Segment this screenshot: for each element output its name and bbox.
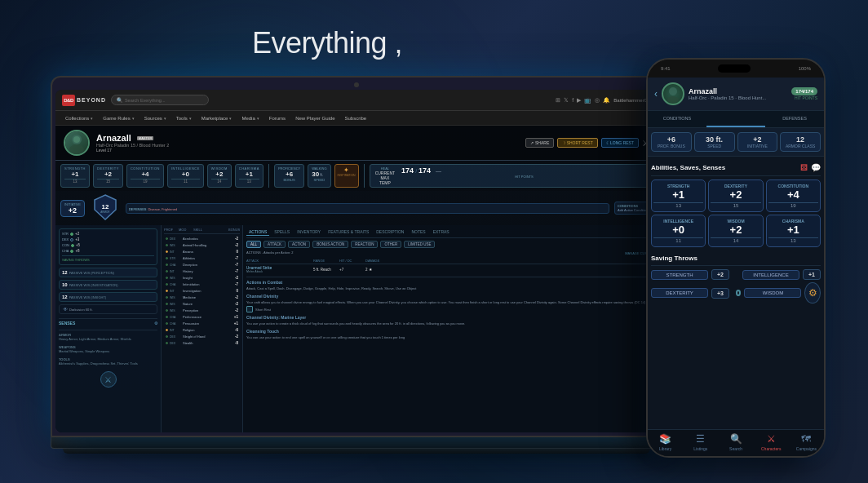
hp-label: HIT POINTS (401, 175, 647, 179)
phone-chat-icon[interactable]: 💬 (811, 163, 821, 172)
phone-stat-speed: 30 ft. SPEED (694, 132, 735, 152)
char-name: Arnazall (96, 133, 131, 143)
phone-back-button[interactable]: ‹ (654, 88, 658, 100)
tab-features[interactable]: FEATURES & TRAITS (326, 228, 371, 236)
short-rest-button[interactable]: ☽ SHORT REST (557, 138, 597, 148)
long-rest-button[interactable]: ☾ LONG REST (601, 138, 639, 148)
tab-actions[interactable]: ACTIONS (246, 228, 269, 236)
phone-section-icons: ⚄ 💬 (800, 163, 821, 172)
phone-str-box: STRENGTH +1 13 (651, 179, 706, 212)
channel-divinity-section: Channel Divinity Your oath allows you to… (246, 294, 654, 313)
phone-con-box: CONSTITUTION +4 19 (766, 179, 821, 212)
header-buttons: ↗ SHARE ☽ SHORT REST ☾ LONG REST (525, 138, 649, 148)
phone-save-str-val: +2 (711, 269, 729, 280)
phone-abilities-title: Abilities, Saves, Senses ⚄ 💬 (651, 160, 821, 176)
nav-media[interactable]: Media ▾ (241, 116, 259, 121)
hero-text: Everything , (252, 26, 402, 60)
phone-nav-characters[interactable]: ⚔ Characters (754, 433, 789, 451)
phone-nav-listings[interactable]: ☰ Listings (683, 433, 718, 451)
action-filter-row: ALL ATTACK ACTION BONUS ACTION REACTION … (246, 241, 654, 248)
media-arrow: ▾ (257, 116, 259, 121)
hp-temp: — (436, 168, 441, 174)
phone-nav-campaigns[interactable]: 🗺 Campaigns (789, 433, 824, 451)
gear-icon[interactable]: ⚙ (154, 321, 157, 326)
share-label: SHARE (535, 140, 549, 145)
phone-tab-center (706, 111, 765, 127)
filter-limited[interactable]: LIMITED USE (404, 241, 435, 248)
skill-performance: CHA Performance +1 (164, 314, 240, 320)
char-name-block: Arnazall MASTER Half-Orc Paladin 15 / Bl… (96, 133, 519, 153)
filter-other[interactable]: OTHER (380, 241, 401, 248)
tab-description[interactable]: DESCRIPTION (374, 228, 406, 236)
nav-icons: ⊞ 𝕏 f ▶ 📺 ◎ 🔔 Battlehammer0... (556, 97, 651, 104)
hp-max: 174 (418, 166, 431, 175)
combat-title: Actions in Combat (246, 280, 654, 285)
phone-saves-title: Saving Throws (651, 251, 821, 266)
library-icon: 📚 (659, 433, 671, 445)
nav-forums[interactable]: Forums (269, 116, 286, 121)
subscribe-label: Subscribe (344, 116, 366, 121)
phone-save-int-label: INTELLIGENCE (742, 270, 799, 280)
save-cha-val: +8 (75, 249, 79, 253)
scene: D&D BEYOND 🔍 Search Everything... ⊞ 𝕏 f (26, 13, 842, 470)
int-box: INTELLIGENCE +0 11 (167, 164, 204, 188)
initiative-val: +2 (64, 206, 81, 215)
marine-layer-text: You use your action to create a thick cl… (246, 321, 654, 326)
defenses-label: DEFENSES (129, 207, 147, 211)
phone-wisdom-circle[interactable]: ⚙ (804, 282, 821, 304)
nav-tools[interactable]: Tools ▾ (176, 116, 192, 121)
skill-athletics: STR Athletics -7 (164, 255, 240, 261)
phone-tab-defenses[interactable]: DEFENSES (765, 111, 824, 127)
passive-perception: 12 PASSIVE WIS (PERCEPTION) (59, 268, 157, 277)
phone-saves: STRENGTH +2 INTELLIGENCE +1 DEXTERITY +3 (651, 269, 821, 304)
laptop: D&D BEYOND 🔍 Search Everything... ⊞ 𝕏 f (51, 76, 662, 454)
save-con: CON +5 (62, 243, 154, 247)
skill-dot-religion (166, 329, 168, 331)
dex-box: DEXTERITY +2 15 (93, 164, 123, 188)
tab-extras[interactable]: EXTRAS (431, 228, 452, 236)
tab-spells[interactable]: SPELLS (272, 228, 292, 236)
svg-point-2 (73, 136, 80, 143)
passive-investigation: 10 PASSIVE WIS (INVESTIGATION) (59, 280, 157, 290)
add-conditions-btn[interactable]: Add Active Conditions (618, 208, 649, 212)
phone-dice-icon[interactable]: ⚄ (800, 163, 808, 172)
skill-investigation: INT Investigation 0 (164, 288, 240, 294)
tab-inventory[interactable]: INVENTORY (294, 228, 323, 236)
filter-attack[interactable]: ATTACK (264, 241, 286, 248)
new-player-label: New Player Guide (295, 116, 334, 121)
nav-subscribe[interactable]: Subscribe (344, 116, 366, 121)
attack-unarmed[interactable]: Unarmed Strike Melee Attack 5 ft. Reach … (246, 266, 654, 273)
armor-class-val: 12 (100, 203, 109, 210)
short-rest-row: Short Rest (246, 306, 654, 312)
search-bar[interactable]: 🔍 Search Everything... (111, 95, 209, 105)
senses-title: SENSES ⚙ (59, 318, 157, 326)
nav-sources[interactable]: Sources ▾ (144, 116, 166, 121)
nav-collections[interactable]: Collections ▾ (65, 116, 93, 121)
search-icon: 🔍 (117, 97, 122, 103)
filter-bonus[interactable]: BONUS ACTION (312, 241, 348, 248)
saving-throws-link[interactable]: SAVING THROWS (62, 255, 154, 262)
phone-nav-library[interactable]: 📚 Library (648, 433, 683, 451)
forums-label: Forums (269, 116, 286, 121)
tab-notes[interactable]: NOTES (409, 228, 427, 236)
nav-new-player[interactable]: New Player Guide (295, 116, 334, 121)
con-box: CONSTITUTION +4 19 (126, 164, 164, 188)
nav-marketplace[interactable]: Marketplace ▾ (202, 116, 232, 121)
prof-bonus-box: PROFICIENCY +6 BONUS (274, 164, 304, 188)
filter-all[interactable]: ALL (246, 241, 261, 248)
share-button[interactable]: ↗ SHARE (525, 138, 554, 148)
phone-nav-search[interactable]: 🔍 Search (718, 433, 753, 451)
save-cha-label: CHA (62, 249, 69, 253)
svg-point-1 (69, 144, 84, 154)
speed-val: 30 (312, 171, 319, 178)
search-nav-icon: 🔍 (730, 433, 742, 445)
nav-game-rules[interactable]: Game Rules ▾ (103, 116, 134, 121)
phone-tab-conditions[interactable]: CONDITIONS (648, 111, 706, 127)
filter-reaction[interactable]: REACTION (351, 241, 378, 248)
master-badge: MASTER (137, 136, 154, 140)
filter-action[interactable]: ACTION (288, 241, 310, 248)
short-rest-checkbox[interactable] (246, 306, 253, 312)
combat-text: Attack, Cast a Spell, Dash, Disengage, D… (246, 286, 654, 291)
ddb-logo: D&D (62, 95, 75, 106)
skill-acrobatics: DEX Acrobatics -2 (164, 236, 240, 242)
